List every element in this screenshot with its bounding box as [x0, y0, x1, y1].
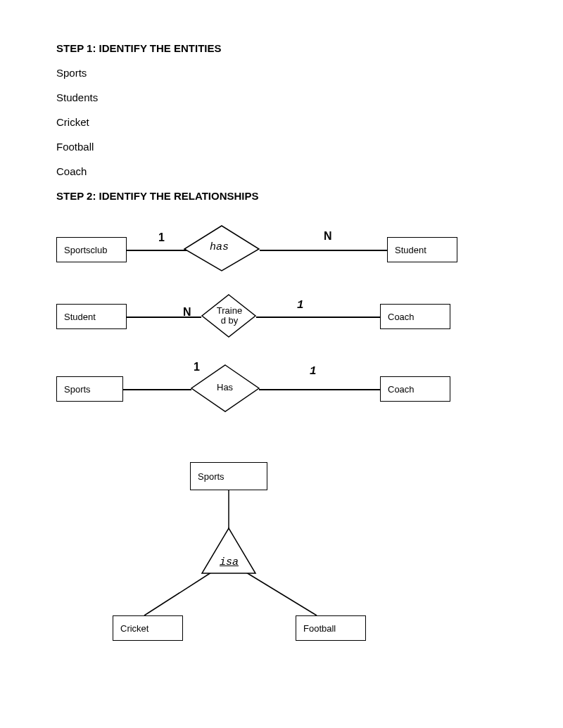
- isa-triangle: [201, 527, 257, 576]
- isa-label: isa: [220, 556, 239, 568]
- connector-line: [260, 250, 387, 251]
- connector-line: [256, 317, 380, 318]
- svg-line-5: [246, 573, 317, 615]
- entity-sports-parent: Sports: [190, 462, 267, 490]
- entity-label: Sportsclub: [64, 245, 107, 255]
- relationship-label: Traine d by: [215, 306, 243, 326]
- entity-label: Coach: [388, 312, 415, 322]
- cardinality-right: 1: [310, 365, 317, 378]
- cardinality-left: N: [183, 306, 191, 319]
- entity-student: Student: [56, 304, 127, 329]
- relationship-label: has: [210, 241, 229, 253]
- entity-label: Student: [64, 312, 96, 322]
- entity-label: Sports: [64, 384, 91, 395]
- entity-sports: Sports: [56, 376, 123, 402]
- connector-line: [123, 389, 191, 390]
- cardinality-right: 1: [297, 299, 304, 312]
- relationship-label: Has: [217, 382, 233, 392]
- entity-item: Sports: [56, 67, 507, 79]
- entity-student: Student: [387, 237, 457, 262]
- entity-label: Football: [303, 623, 336, 634]
- entity-item: Cricket: [56, 116, 507, 128]
- entity-football: Football: [296, 615, 366, 641]
- step1-title: STEP 1: IDENTIFY THE ENTITIES: [56, 42, 507, 54]
- entity-item: Students: [56, 91, 507, 103]
- entity-label: Student: [395, 245, 426, 255]
- entity-coach: Coach: [380, 304, 450, 329]
- connector-line: [259, 389, 380, 390]
- entity-label: Cricket: [120, 623, 148, 634]
- cardinality-left: 1: [158, 231, 165, 244]
- step2-title: STEP 2: IDENTIFY THE RELATIONSHIPS: [56, 190, 507, 202]
- entity-label: Sports: [198, 471, 224, 482]
- diagram-area: Sportsclub 1 has N Student Student N Tra…: [56, 223, 507, 728]
- entity-coach: Coach: [380, 376, 450, 402]
- svg-line-4: [144, 573, 211, 615]
- entity-sportsclub: Sportsclub: [56, 237, 127, 262]
- entity-item: Coach: [56, 165, 507, 177]
- cardinality-right: N: [324, 230, 332, 243]
- entity-cricket: Cricket: [113, 615, 183, 641]
- entity-item: Football: [56, 141, 507, 153]
- entity-label: Coach: [388, 384, 415, 395]
